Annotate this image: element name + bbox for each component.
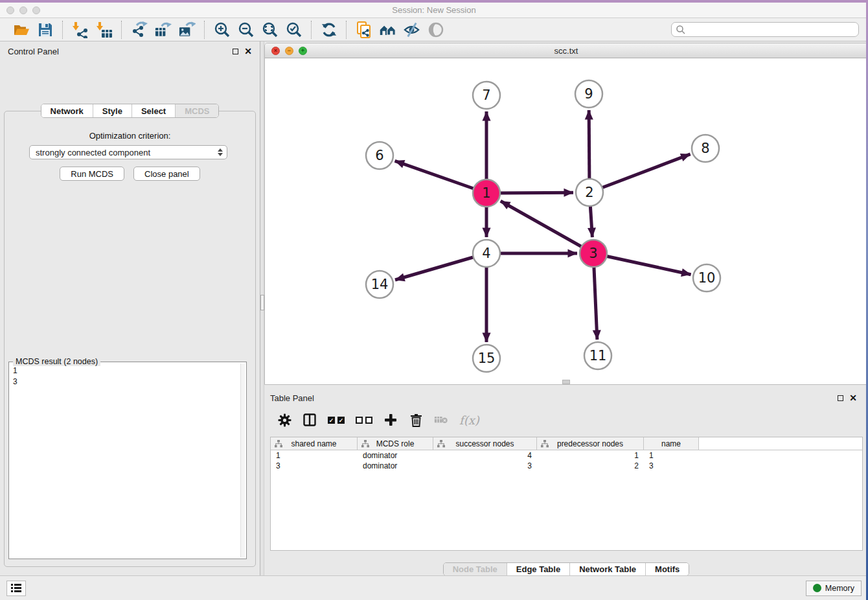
zoom-fit-icon[interactable] bbox=[261, 21, 279, 38]
column-header-predecessor-nodes[interactable]: predecessor nodes bbox=[537, 437, 644, 450]
toolbar-separator bbox=[204, 21, 205, 39]
task-history-button[interactable] bbox=[6, 581, 26, 596]
canvas-resize-grip[interactable] bbox=[562, 380, 570, 384]
graph-edge-3-10[interactable] bbox=[593, 253, 691, 275]
optimization-criterion-select[interactable]: strongly connected component bbox=[29, 145, 227, 159]
main-toolbar bbox=[0, 18, 868, 41]
import-network-icon[interactable] bbox=[71, 21, 89, 38]
network-canvas[interactable]: 7968124314101511 bbox=[265, 58, 867, 384]
attribute-icon bbox=[361, 440, 369, 448]
graph-node-label-14: 14 bbox=[371, 277, 389, 292]
tab-select[interactable]: Select bbox=[131, 104, 175, 117]
search-field[interactable] bbox=[671, 22, 859, 37]
attribute-icon bbox=[275, 440, 282, 448]
table-row[interactable]: 1 dominator 4 1 1 bbox=[271, 450, 862, 461]
save-session-icon[interactable] bbox=[36, 21, 54, 38]
cell-name: 3 bbox=[644, 461, 699, 471]
table-panel: Table Panel ✕ ✓✓ bbox=[264, 390, 868, 562]
zoom-in-icon[interactable] bbox=[213, 21, 231, 38]
tab-edge-table[interactable]: Edge Table bbox=[507, 563, 569, 575]
cell-predecessor-nodes: 2 bbox=[537, 461, 644, 471]
tab-motifs[interactable]: Motifs bbox=[645, 563, 689, 575]
table-toolbar: ✓✓ f(x) bbox=[264, 406, 868, 434]
graph-node-label-10: 10 bbox=[698, 270, 716, 286]
network-close-button[interactable]: × bbox=[271, 47, 280, 55]
titlebar: Session: New Session bbox=[0, 3, 868, 18]
hide-selected-icon[interactable] bbox=[403, 21, 420, 38]
network-window-titlebar[interactable]: × − + scc.txt bbox=[265, 43, 867, 58]
cell-predecessor-nodes: 1 bbox=[537, 450, 644, 461]
memory-button[interactable]: Memory bbox=[806, 581, 862, 596]
graph-node-label-3: 3 bbox=[589, 246, 597, 261]
graph-node-label-7: 7 bbox=[482, 87, 490, 103]
zoom-selected-icon[interactable] bbox=[285, 21, 303, 38]
apply-layout-icon[interactable] bbox=[320, 21, 337, 38]
mcds-result-box: MCDS result (2 nodes) 1 3 bbox=[8, 362, 247, 559]
tab-network[interactable]: Network bbox=[41, 104, 93, 117]
show-all-icon[interactable] bbox=[427, 21, 444, 38]
run-mcds-button[interactable]: Run MCDS bbox=[60, 167, 124, 181]
graph-node-label-8: 8 bbox=[701, 141, 709, 156]
graph-node-label-15: 15 bbox=[478, 351, 496, 366]
graph-edge-3-1[interactable] bbox=[501, 201, 593, 253]
float-table-panel-icon[interactable] bbox=[838, 395, 843, 401]
column-label: successor nodes bbox=[455, 439, 514, 448]
close-panel-button[interactable]: Close panel bbox=[133, 167, 200, 181]
graph-edge-2-8[interactable] bbox=[589, 154, 691, 192]
column-label: shared name bbox=[291, 439, 336, 448]
table-tab-bar: Node Table Edge Table Network Table Moti… bbox=[264, 562, 868, 577]
close-table-panel-icon[interactable]: ✕ bbox=[849, 393, 857, 402]
tab-mcds[interactable]: MCDS bbox=[175, 104, 218, 117]
open-session-icon[interactable] bbox=[12, 21, 30, 38]
network-view-window: × − + scc.txt 7968124314101511 bbox=[264, 43, 868, 385]
gear-icon[interactable] bbox=[277, 412, 291, 428]
horizontal-divider[interactable] bbox=[264, 385, 868, 390]
list-icon bbox=[11, 584, 21, 592]
deselect-all-icon[interactable] bbox=[356, 417, 372, 424]
toolbar-separator bbox=[346, 21, 347, 39]
split-view-icon[interactable] bbox=[303, 412, 317, 428]
graph-node-label-11: 11 bbox=[589, 348, 607, 363]
first-neighbors-icon[interactable] bbox=[379, 21, 396, 38]
tab-network-table[interactable]: Network Table bbox=[569, 563, 645, 575]
column-label: name bbox=[661, 439, 681, 448]
network-maximize-button[interactable]: + bbox=[299, 47, 307, 55]
network-minimize-button[interactable]: − bbox=[285, 47, 293, 55]
mcds-result-text[interactable]: 1 3 bbox=[10, 363, 240, 557]
add-column-icon[interactable] bbox=[383, 412, 398, 428]
graph-edge-1-6[interactable] bbox=[395, 161, 486, 193]
clone-network-icon[interactable] bbox=[355, 21, 372, 38]
tab-style[interactable]: Style bbox=[93, 104, 131, 117]
toolbar-separator bbox=[121, 21, 122, 39]
close-panel-icon[interactable]: ✕ bbox=[244, 47, 252, 56]
mcds-result-scrollbar[interactable] bbox=[240, 363, 245, 557]
network-graph[interactable]: 7968124314101511 bbox=[265, 58, 867, 384]
delete-column-icon[interactable] bbox=[409, 412, 423, 428]
column-header-shared-name[interactable]: shared name bbox=[271, 437, 358, 450]
node-table[interactable]: shared name MCDS role successor nodes bbox=[270, 437, 863, 551]
select-all-icon[interactable]: ✓✓ bbox=[328, 417, 345, 424]
export-table-icon[interactable] bbox=[154, 21, 172, 38]
table-row[interactable]: 3 dominator 3 2 3 bbox=[271, 461, 862, 471]
export-image-icon[interactable] bbox=[178, 21, 196, 38]
column-header-mcds-role[interactable]: MCDS role bbox=[358, 437, 433, 450]
search-input[interactable] bbox=[686, 25, 854, 34]
float-panel-icon[interactable] bbox=[233, 49, 238, 54]
control-panel-tab-bar: Network Style Select MCDS bbox=[0, 104, 260, 118]
zoom-out-icon[interactable] bbox=[237, 21, 255, 38]
cell-shared-name: 1 bbox=[271, 450, 358, 461]
panel-splitter[interactable] bbox=[260, 41, 264, 575]
column-header-successor-nodes[interactable]: successor nodes bbox=[433, 437, 537, 450]
attribute-icon bbox=[541, 440, 549, 448]
export-network-icon[interactable] bbox=[130, 21, 148, 38]
cell-name: 1 bbox=[644, 450, 699, 461]
tab-node-table[interactable]: Node Table bbox=[444, 563, 507, 575]
column-header-name[interactable]: name bbox=[644, 437, 699, 450]
splitter-handle[interactable] bbox=[260, 295, 264, 310]
graph-node-label-1: 1 bbox=[482, 185, 490, 201]
column-label: MCDS role bbox=[376, 439, 415, 448]
network-window-title: scc.txt bbox=[265, 46, 867, 56]
import-table-icon[interactable] bbox=[95, 21, 113, 38]
cell-successor-nodes: 4 bbox=[433, 450, 537, 461]
cell-mcds-role: dominator bbox=[358, 450, 433, 461]
